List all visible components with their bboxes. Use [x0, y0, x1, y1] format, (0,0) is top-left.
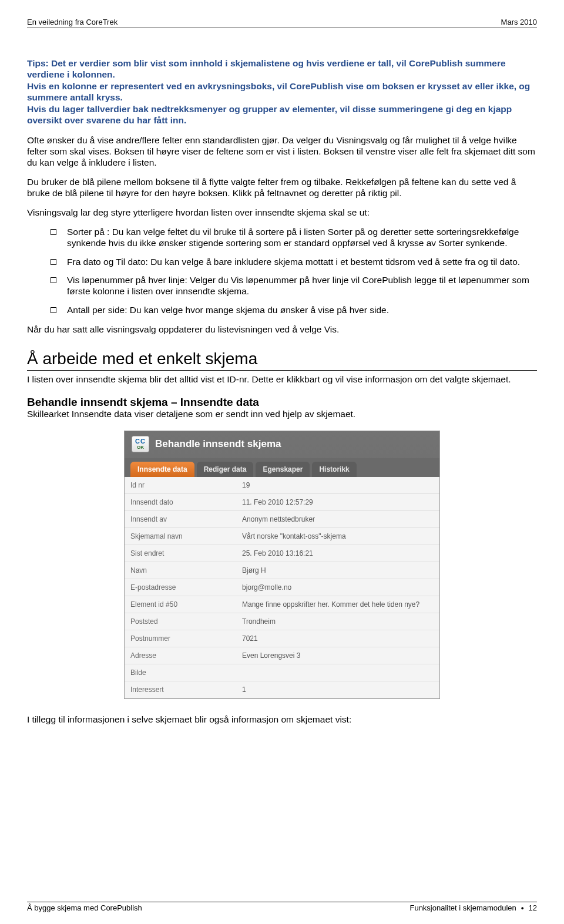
app-titlebar: CC OK Behandle innsendt skjema	[125, 431, 439, 458]
list-item: Sorter på : Du kan velge feltet du vil b…	[27, 227, 537, 249]
row-key: Skjemamal navn	[125, 527, 236, 545]
row-key: Sist endret	[125, 545, 236, 562]
table-row: E-postadressebjorg@molle.no	[125, 579, 439, 596]
row-key: Innsendt dato	[125, 493, 236, 510]
subsection-heading: Behandle innsendt skjema – Innsendte dat…	[27, 396, 537, 409]
body-paragraph: I listen over innsendte skjema blir det …	[27, 374, 537, 385]
bullet-list: Sorter på : Du kan velge feltet du vil b…	[27, 227, 537, 316]
app-icon-text-bottom: OK	[137, 445, 144, 450]
table-row: Skjemamal navnVårt norske "kontakt-oss"-…	[125, 527, 439, 545]
header-left: En veiledning fra CoreTrek	[27, 18, 118, 26]
footer-left: Å bygge skjema med CorePublish	[27, 903, 142, 912]
table-row: PoststedTrondheim	[125, 613, 439, 630]
screenshot-container: CC OK Behandle innsendt skjema Innsendte…	[27, 431, 537, 699]
row-value: Even Lorengsvei 3	[236, 647, 439, 664]
row-value: Trondheim	[236, 613, 439, 630]
row-key: Element id #50	[125, 596, 236, 613]
table-row: Sist endret25. Feb 2010 13:16:21	[125, 545, 439, 562]
table-row: NavnBjørg H	[125, 562, 439, 579]
row-key: Id nr	[125, 477, 236, 494]
row-value: 1	[236, 681, 439, 698]
header-right: Mars 2010	[501, 18, 537, 26]
tab-historikk[interactable]: Historikk	[312, 462, 356, 477]
row-key: Poststed	[125, 613, 236, 630]
row-key: Postnummer	[125, 630, 236, 647]
bullet-icon: ●	[518, 905, 526, 911]
page-footer: Å bygge skjema med CorePublish Funksjona…	[27, 902, 537, 912]
section-heading: Å arbeide med et enkelt skjema	[27, 350, 537, 371]
table-row: Bilde	[125, 664, 439, 681]
row-value: bjorg@molle.no	[236, 579, 439, 596]
footer-right: Funksjonalitet i skjemamodulen ● 12	[409, 903, 537, 912]
list-item: Antall per side: Du kan velge hvor mange…	[27, 305, 537, 316]
body-paragraph: Visningsvalg lar deg styre ytterligere h…	[27, 207, 537, 219]
list-item: Vis løpenummer på hver linje: Velger du …	[27, 275, 537, 297]
row-value: Anonym nettstedbruker	[236, 510, 439, 527]
tips-paragraph: Tips: Det er verdier som blir vist som i…	[27, 58, 537, 126]
row-key: Bilde	[125, 664, 236, 681]
footer-page-number: 12	[529, 903, 537, 912]
table-row: Innsendt dato11. Feb 2010 12:57:29	[125, 493, 439, 510]
tab-rediger-data[interactable]: Rediger data	[197, 462, 254, 477]
page-header: En veiledning fra CoreTrek Mars 2010	[27, 18, 537, 28]
table-row: Id nr19	[125, 477, 439, 494]
tab-bar: Innsendte data Rediger data Egenskaper H…	[125, 458, 439, 477]
row-value: Bjørg H	[236, 562, 439, 579]
row-key: E-postadresse	[125, 579, 236, 596]
app-icon-text-top: CC	[135, 438, 146, 445]
row-value: 7021	[236, 630, 439, 647]
list-item: Fra dato og Til dato: Du kan velge å bar…	[27, 257, 537, 268]
table-row: Interessert1	[125, 681, 439, 698]
table-row: Postnummer7021	[125, 630, 439, 647]
body-paragraph: Du bruker de blå pilene mellom boksene t…	[27, 177, 537, 199]
row-key: Interessert	[125, 681, 236, 698]
app-title: Behandle innsendt skjema	[155, 438, 281, 450]
table-row: Innsendt avAnonym nettstedbruker	[125, 510, 439, 527]
row-value: 19	[236, 477, 439, 494]
table-row: Element id #50Mange finne oppskrifter he…	[125, 596, 439, 613]
body-paragraph: Ofte ønsker du å vise andre/flere felter…	[27, 135, 537, 169]
body-paragraph: I tillegg til informasjonen i selve skje…	[27, 714, 537, 725]
app-screenshot: CC OK Behandle innsendt skjema Innsendte…	[124, 431, 440, 699]
row-value: Mange finne oppskrifter her. Kommer det …	[236, 596, 439, 613]
subsection-description: Skillearket Innsendte data viser detalje…	[27, 409, 537, 420]
detail-table: Id nr19 Innsendt dato11. Feb 2010 12:57:…	[125, 477, 439, 698]
table-row: AdresseEven Lorengsvei 3	[125, 647, 439, 664]
row-value: Vårt norske "kontakt-oss"-skjema	[236, 527, 439, 545]
row-value: 11. Feb 2010 12:57:29	[236, 493, 439, 510]
app-icon: CC OK	[132, 436, 149, 452]
tab-innsendte-data[interactable]: Innsendte data	[130, 462, 194, 477]
row-key: Adresse	[125, 647, 236, 664]
body-paragraph: Når du har satt alle visningsvalg oppdat…	[27, 324, 537, 335]
footer-section-label: Funksjonalitet i skjemamodulen	[409, 903, 516, 912]
row-value: 25. Feb 2010 13:16:21	[236, 545, 439, 562]
row-key: Navn	[125, 562, 236, 579]
row-key: Innsendt av	[125, 510, 236, 527]
row-value	[236, 664, 439, 681]
tab-egenskaper[interactable]: Egenskaper	[256, 462, 310, 477]
